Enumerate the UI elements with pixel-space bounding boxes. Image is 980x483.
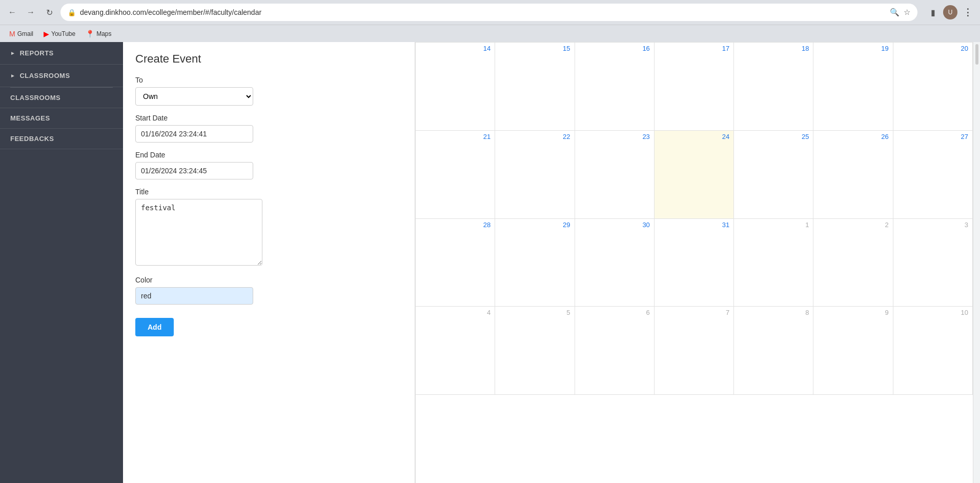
search-icon: 🔍 (890, 8, 900, 17)
day-number: 2 (818, 221, 888, 229)
security-icon: 🔒 (68, 9, 76, 16)
day-number: 9 (818, 309, 888, 316)
day-number: 10 (897, 309, 968, 316)
form-group-color: Color (135, 276, 402, 305)
day-number: 19 (818, 45, 888, 52)
day-number: 3 (897, 221, 968, 229)
day-number: 23 (579, 133, 650, 140)
sidebar-item-classrooms-expand[interactable]: ► CLASSROOMS (0, 65, 123, 87)
bookmark-youtube[interactable]: ▶ YouTube (39, 28, 79, 39)
day-number: 27 (897, 133, 968, 140)
day-number: 4 (420, 309, 491, 316)
calendar-cell[interactable]: 22 (495, 131, 575, 219)
sidebar: ► REPORTS ► CLASSROOMS CLASSROOMS MESSAG… (0, 42, 123, 483)
calendar-cell[interactable]: 31 (655, 219, 734, 307)
sidebar-section-messages: MESSAGES (0, 108, 123, 129)
gmail-label: Gmail (17, 30, 33, 37)
sidebar-item-feedbacks[interactable]: FEEDBACKS (0, 129, 123, 149)
calendar-cell[interactable]: 6 (575, 307, 655, 395)
day-number: 18 (738, 45, 809, 52)
calendar-cell[interactable]: 19 (813, 43, 893, 131)
bookmark-gmail[interactable]: M Gmail (5, 28, 37, 39)
calendar-cell[interactable]: 16 (575, 43, 655, 131)
calendar-cell[interactable]: 9 (813, 307, 893, 395)
calendar-cell[interactable]: 21 (416, 131, 495, 219)
calendar-cell[interactable]: 4 (416, 307, 495, 395)
address-bar[interactable]: 🔒 devang.dinkhoo.com/ecollege/member/#/f… (60, 4, 917, 21)
bookmark-maps[interactable]: 📍 Maps (81, 28, 115, 39)
day-number: 29 (499, 221, 570, 229)
calendar-cell[interactable]: 29 (495, 219, 575, 307)
maps-label: Maps (96, 30, 111, 37)
calendar-cell[interactable]: 10 (893, 307, 973, 395)
calendar-cell[interactable]: 26 (813, 131, 893, 219)
calendar-cell[interactable]: 5 (495, 307, 575, 395)
main-layout: ► REPORTS ► CLASSROOMS CLASSROOMS MESSAG… (0, 42, 980, 483)
star-icon[interactable]: ☆ (904, 8, 910, 17)
form-title: Create Event (135, 52, 402, 66)
title-label: Title (135, 188, 402, 196)
sidebar-item-classrooms-expand-label: CLASSROOMS (19, 72, 70, 79)
day-number: 7 (659, 309, 729, 316)
gmail-icon: M (9, 30, 15, 38)
forward-button[interactable]: → (24, 5, 38, 19)
title-textarea[interactable]: festival (135, 199, 262, 266)
to-select[interactable]: Own Students All (135, 87, 253, 106)
add-button[interactable]: Add (135, 318, 174, 336)
calendar-cell[interactable]: 8 (734, 307, 813, 395)
calendar-cell[interactable]: 25 (734, 131, 813, 219)
extensions-button[interactable]: ▮ (926, 5, 940, 19)
sidebar-item-classrooms[interactable]: CLASSROOMS (0, 88, 123, 108)
day-number: 22 (499, 133, 570, 140)
day-number: 6 (579, 309, 650, 316)
end-date-input[interactable] (135, 162, 253, 179)
calendar-cell[interactable]: 23 (575, 131, 655, 219)
sidebar-item-messages[interactable]: MESSAGES (0, 108, 123, 128)
day-number: 1 (738, 221, 809, 229)
form-group-end-date: End Date (135, 151, 402, 179)
calendar-cell[interactable]: 3 (893, 219, 973, 307)
toolbar-icons: ▮ U ⋮ (926, 5, 975, 19)
calendar-cell[interactable]: 30 (575, 219, 655, 307)
youtube-label: YouTube (51, 30, 75, 37)
url-text: devang.dinkhoo.com/ecollege/member/#/fac… (80, 8, 886, 16)
calendar-panel: 1415161718192021222324252627282930311234… (415, 42, 980, 483)
calendar-cell[interactable]: 2 (813, 219, 893, 307)
day-number: 25 (738, 133, 809, 140)
start-date-input[interactable] (135, 125, 253, 143)
youtube-icon: ▶ (44, 30, 49, 38)
color-input[interactable] (135, 287, 253, 305)
start-date-label: Start Date (135, 114, 402, 122)
day-number: 28 (420, 221, 491, 229)
calendar-cell[interactable]: 15 (495, 43, 575, 131)
day-number: 17 (659, 45, 729, 52)
scrollbar[interactable] (973, 42, 980, 483)
calendar-cell[interactable]: 14 (416, 43, 495, 131)
sidebar-section-feedbacks: FEEDBACKS (0, 129, 123, 149)
sidebar-item-reports[interactable]: ► REPORTS (0, 42, 123, 64)
day-number: 21 (420, 133, 491, 140)
back-button[interactable]: ← (5, 5, 19, 19)
calendar-cell[interactable]: 24 (655, 131, 734, 219)
calendar-cell[interactable]: 1 (734, 219, 813, 307)
day-number: 24 (659, 133, 729, 140)
calendar-cell[interactable]: 18 (734, 43, 813, 131)
calendar-cell[interactable]: 20 (893, 43, 973, 131)
browser-toolbar: ← → ↻ 🔒 devang.dinkhoo.com/ecollege/memb… (0, 0, 980, 25)
calendar-cell[interactable]: 27 (893, 131, 973, 219)
profile-button[interactable]: U (943, 5, 957, 19)
color-label: Color (135, 276, 402, 284)
form-group-title: Title festival (135, 188, 402, 268)
maps-icon: 📍 (86, 30, 94, 38)
form-panel: Create Event To Own Students All Start D… (123, 42, 415, 483)
calendar-cell[interactable]: 28 (416, 219, 495, 307)
day-number: 20 (897, 45, 968, 52)
menu-button[interactable]: ⋮ (961, 5, 975, 19)
day-number: 26 (818, 133, 888, 140)
chevron-right-icon-2: ► (10, 73, 15, 78)
form-group-to: To Own Students All (135, 76, 402, 106)
calendar-cell[interactable]: 7 (655, 307, 734, 395)
reload-button[interactable]: ↻ (42, 5, 56, 19)
chevron-right-icon: ► (10, 50, 15, 56)
calendar-cell[interactable]: 17 (655, 43, 734, 131)
